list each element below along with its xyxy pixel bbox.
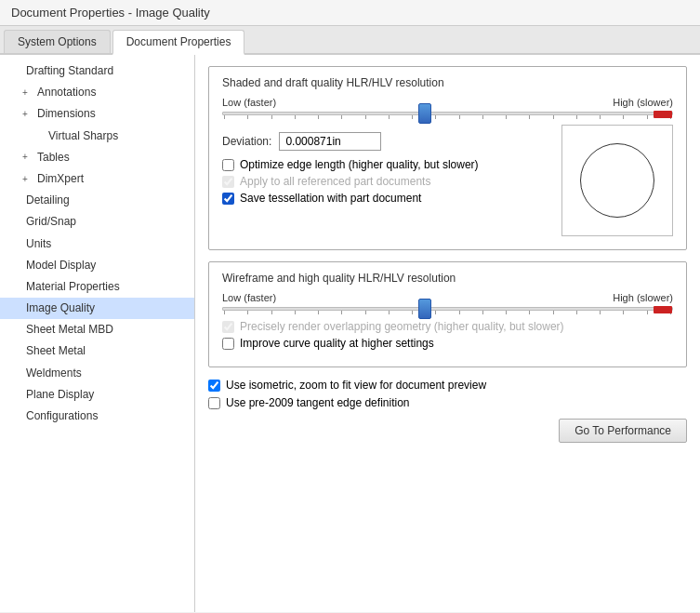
sidebar-item-weldments[interactable]: Weldments <box>0 363 194 384</box>
section-wireframe-title: Wireframe and high quality HLR/HLV resol… <box>222 272 673 285</box>
precisely-render-checkbox[interactable] <box>222 321 234 333</box>
slider2-low-label: Low (faster) <box>222 292 276 303</box>
sidebar: Drafting Standard+Annotations+Dimensions… <box>0 55 195 612</box>
sidebar-item-label: Units <box>26 235 51 253</box>
slider2-track <box>222 307 673 311</box>
sidebar-item-label: Tables <box>37 149 70 167</box>
improve-curve-row: Improve curve quality at higher settings <box>222 337 673 350</box>
section-shaded: Shaded and draft quality HLR/HLV resolut… <box>208 66 687 250</box>
title-bar: Document Properties - Image Quality <box>0 0 700 26</box>
optimize-edge-checkbox[interactable] <box>222 159 234 171</box>
tab-system-options[interactable]: System Options <box>4 30 111 53</box>
deviation-row: Deviation: <box>222 132 552 151</box>
expand-icon[interactable]: + <box>22 107 33 122</box>
sidebar-item-image-quality[interactable]: Image Quality <box>0 298 194 319</box>
sidebar-item-label: DimXpert <box>37 170 84 188</box>
sidebar-item-detailing[interactable]: Detailing <box>0 190 194 211</box>
sidebar-item-label: Grid/Snap <box>26 213 76 231</box>
preview-circle <box>580 143 654 218</box>
sidebar-item-label: Plane Display <box>26 386 94 404</box>
slider2-container[interactable] <box>222 307 673 314</box>
main-content: Drafting Standard+Annotations+Dimensions… <box>0 55 700 612</box>
preview-box <box>561 125 673 236</box>
section-shaded-title: Shaded and draft quality HLR/HLV resolut… <box>222 76 673 89</box>
optimize-edge-row: Optimize edge length (higher quality, bu… <box>222 158 552 171</box>
sidebar-item-material-properties[interactable]: Material Properties <box>0 276 194 298</box>
isometric-row: Use isometric, zoom to fit view for docu… <box>208 379 687 392</box>
deviation-input[interactable] <box>279 132 381 151</box>
slider1-labels: Low (faster) High (slower) <box>222 97 673 108</box>
go-to-performance-row: Go To Performance <box>208 419 687 443</box>
sidebar-item-label: Material Properties <box>26 278 120 296</box>
improve-curve-checkbox[interactable] <box>222 338 234 350</box>
save-tessellation-checkbox[interactable] <box>222 193 234 205</box>
slider1-low-label: Low (faster) <box>222 97 276 108</box>
apply-referenced-label: Apply to all referenced part documents <box>240 175 430 188</box>
section-wireframe: Wireframe and high quality HLR/HLV resol… <box>208 261 687 367</box>
slider1-thumb[interactable] <box>418 103 431 124</box>
sidebar-item-label: Model Display <box>26 257 96 274</box>
save-tessellation-label: Save tessellation with part document <box>240 192 421 205</box>
sidebar-item-tables[interactable]: +Tables <box>0 147 194 168</box>
optimize-edge-label: Optimize edge length (higher quality, bu… <box>240 158 479 171</box>
slider1-ticks <box>222 115 673 119</box>
expand-icon[interactable]: + <box>22 172 33 187</box>
content-panel: Shaded and draft quality HLR/HLV resolut… <box>195 55 700 612</box>
sidebar-item-label: Annotations <box>37 84 96 101</box>
slider1-container[interactable] <box>222 112 673 119</box>
tab-document-properties[interactable]: Document Properties <box>112 30 245 55</box>
section1-content: Deviation: Optimize edge length (higher … <box>222 125 673 236</box>
title-text: Document Properties - Image Quality <box>11 6 210 20</box>
pre2009-label: Use pre-2009 tangent edge definition <box>226 396 409 409</box>
sidebar-item-model-display[interactable]: Model Display <box>0 255 194 276</box>
slider2-red-end <box>654 306 672 313</box>
sidebar-item-annotations[interactable]: +Annotations <box>0 82 194 103</box>
apply-referenced-row: Apply to all referenced part documents <box>222 175 552 188</box>
slider2-labels: Low (faster) High (slower) <box>222 292 673 303</box>
precisely-render-row: Precisely render overlapping geometry (h… <box>222 320 673 333</box>
go-to-performance-button[interactable]: Go To Performance <box>559 419 687 443</box>
sidebar-item-label: Configurations <box>26 407 98 425</box>
sidebar-item-label: Virtual Sharps <box>48 127 118 145</box>
slider1-track <box>222 112 673 115</box>
improve-curve-label: Improve curve quality at higher settings <box>240 337 434 350</box>
sidebar-item-label: Image Quality <box>26 300 95 317</box>
sidebar-item-grid/snap[interactable]: Grid/Snap <box>0 211 194 233</box>
isometric-checkbox[interactable] <box>208 380 220 392</box>
sidebar-item-sheet-metal[interactable]: Sheet Metal <box>0 340 194 362</box>
sidebar-item-plane-display[interactable]: Plane Display <box>0 384 194 406</box>
apply-referenced-checkbox[interactable] <box>222 176 234 188</box>
save-tessellation-row: Save tessellation with part document <box>222 192 552 205</box>
bottom-section: Use isometric, zoom to fit view for docu… <box>208 379 687 409</box>
sidebar-item-dimensions[interactable]: +Dimensions <box>0 103 194 125</box>
sidebar-item-label: Drafting Standard <box>26 62 113 80</box>
sidebar-item-label: Detailing <box>26 192 70 209</box>
expand-icon[interactable]: + <box>22 86 33 100</box>
slider2-thumb[interactable] <box>418 299 431 319</box>
slider2-ticks <box>222 311 673 314</box>
section1-options: Deviation: Optimize edge length (higher … <box>222 125 552 236</box>
sidebar-item-units[interactable]: Units <box>0 233 194 255</box>
tab-bar: System Options Document Properties <box>0 26 700 55</box>
sidebar-item-virtual-sharps[interactable]: Virtual Sharps <box>0 126 194 147</box>
expand-icon[interactable]: + <box>22 150 33 165</box>
slider1-red-end <box>654 111 672 118</box>
sidebar-item-sheet-metal-mbd[interactable]: Sheet Metal MBD <box>0 319 194 340</box>
precisely-render-label: Precisely render overlapping geometry (h… <box>240 320 564 333</box>
sidebar-item-drafting-standard[interactable]: Drafting Standard <box>0 60 194 82</box>
sidebar-item-configurations[interactable]: Configurations <box>0 406 194 427</box>
sidebar-item-dimxpert[interactable]: +DimXpert <box>0 168 194 190</box>
pre2009-checkbox[interactable] <box>208 397 220 409</box>
sidebar-item-label: Weldments <box>26 365 82 382</box>
isometric-label: Use isometric, zoom to fit view for docu… <box>226 379 486 392</box>
slider1-high-label: High (slower) <box>613 97 673 108</box>
sidebar-item-label: Dimensions <box>37 105 96 123</box>
deviation-label: Deviation: <box>222 135 271 148</box>
sidebar-item-label: Sheet Metal <box>26 342 86 360</box>
pre2009-row: Use pre-2009 tangent edge definition <box>208 396 687 409</box>
slider2-high-label: High (slower) <box>613 292 673 303</box>
sidebar-item-label: Sheet Metal MBD <box>26 321 113 339</box>
